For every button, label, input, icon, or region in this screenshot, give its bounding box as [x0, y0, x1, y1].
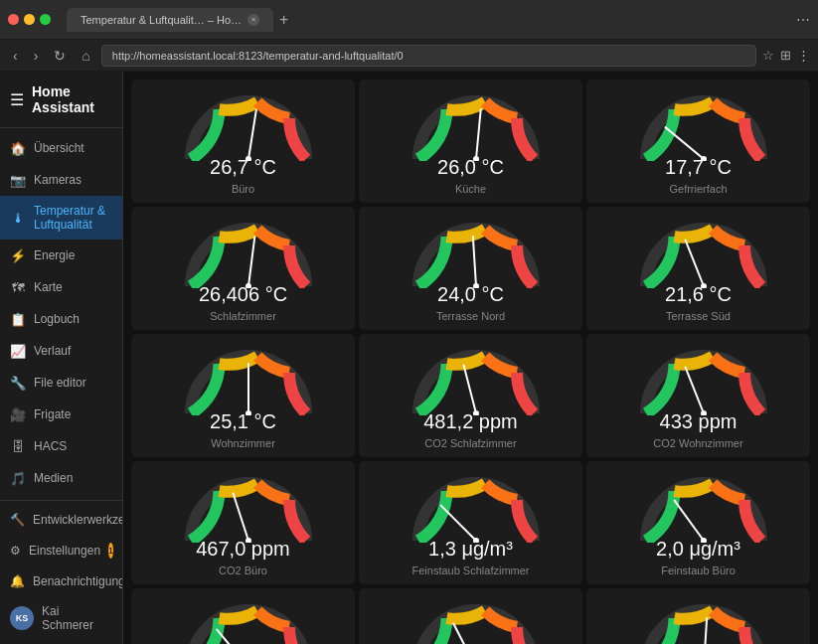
address-bar[interactable]: http://homeassistant.local:8123/temperat…: [101, 45, 756, 67]
sidebar-item-energie[interactable]: ⚡ Energie: [0, 240, 122, 271]
sidebar-item-file-editor[interactable]: 🔧 File editor: [0, 367, 122, 399]
sidebar-item-kameras[interactable]: 📷 Kameras: [0, 164, 122, 196]
gauge-svg-2: [639, 89, 758, 154]
gauge-card-0: 26,7 °CBüro: [131, 80, 355, 203]
svg-point-17: [701, 410, 707, 415]
sidebar-item-label: Karte: [34, 280, 63, 294]
hacs-icon: 🗄: [10, 438, 26, 454]
energy-icon: ⚡: [10, 247, 26, 263]
sidebar-item-ubersicht[interactable]: 🏠 Übersicht: [0, 132, 122, 164]
gauge-label-7: CO2 Schlafzimmer: [424, 437, 516, 449]
sidebar-footer-label: Einstellungen: [29, 544, 100, 558]
sidebar-item-label: Energie: [34, 248, 75, 262]
gauge-label-10: Feinstaub Schlafzimmer: [412, 564, 530, 576]
history-icon: 📈: [10, 343, 26, 359]
sidebar-footer: 🔨 Entwicklerwerkzeuge ⚙ Einstellungen 1 …: [0, 500, 122, 644]
sidebar-header: ☰ Home Assistant: [0, 72, 122, 128]
home-icon: 🏠: [10, 140, 26, 156]
sidebar-item-label: File editor: [34, 376, 86, 390]
camera-icon: 📷: [10, 172, 26, 188]
gauge-label-8: CO2 Wohnzimmer: [653, 437, 742, 449]
svg-line-16: [685, 368, 703, 413]
gauge-card-14: 51,749 %Luftfeuchte Schlafzimmer: [586, 588, 810, 644]
browser-nav-icons: ☆ ⊞ ⋮: [762, 48, 810, 63]
sidebar-item-hacs[interactable]: 🗄 HACS: [0, 430, 122, 462]
sidebar-item-logbuch[interactable]: 📋 Logbuch: [0, 303, 122, 335]
bell-icon: 🔔: [10, 574, 25, 588]
svg-line-14: [463, 366, 475, 413]
svg-line-28: [704, 618, 707, 644]
bookmark-icon[interactable]: ☆: [762, 48, 774, 63]
gauge-svg-11: [639, 471, 758, 536]
sidebar-item-devtools[interactable]: 🔨 Entwicklerwerkzeuge: [0, 505, 122, 535]
minimize-button[interactable]: [24, 14, 35, 25]
sidebar-item-notifications[interactable]: 🔔 Benachrichtigungen: [0, 566, 122, 596]
reload-button[interactable]: ↻: [49, 46, 71, 66]
gauge-card-12: 2 μg/m³Feinstaub Wohnzimmer: [131, 588, 355, 644]
user-name: Kai Schmerer: [42, 604, 112, 632]
svg-line-2: [476, 109, 481, 159]
svg-point-15: [473, 410, 479, 415]
tab-close-button[interactable]: ×: [247, 14, 259, 26]
sidebar-item-label: Übersicht: [34, 141, 84, 155]
sidebar-item-karte[interactable]: 🗺 Karte: [0, 271, 122, 303]
sidebar-item-verlauf[interactable]: 📈 Verlauf: [0, 335, 122, 367]
new-tab-button[interactable]: +: [273, 9, 294, 31]
sidebar-item-frigate[interactable]: 🎥 Frigate: [0, 399, 122, 430]
tab-title: Temperatur & Luftqualit… – Ho…: [81, 14, 242, 26]
sidebar-item-temperatur[interactable]: 🌡 Temperatur & Luftqualität: [0, 196, 122, 240]
sidebar-item-label: Kameras: [34, 173, 82, 187]
gauge-svg-9: [184, 471, 303, 536]
svg-line-22: [674, 501, 703, 541]
sidebar-item-label: HACS: [34, 439, 67, 453]
active-tab[interactable]: Temperatur & Luftqualit… – Ho… ×: [67, 8, 273, 32]
gauge-svg-3: [184, 217, 303, 281]
gauge-card-13: 19,0 Bq/m³Radon Büro: [359, 588, 582, 644]
home-button[interactable]: ⌂: [77, 46, 94, 66]
window-controls[interactable]: ⋯: [796, 12, 810, 28]
svg-point-13: [245, 410, 251, 415]
sidebar-item-medien[interactable]: 🎵 Medien: [0, 462, 122, 494]
maximize-button[interactable]: [40, 14, 51, 25]
gauge-card-4: 24,0 °CTerrasse Nord: [359, 207, 582, 330]
devtools-icon: 🔨: [10, 513, 25, 527]
gauge-card-10: 1,3 μg/m³Feinstaub Schlafzimmer: [359, 461, 582, 584]
svg-point-7: [245, 283, 251, 288]
app-container: ☰ Home Assistant 🏠 Übersicht 📷 Kameras 🌡…: [0, 72, 818, 644]
forward-button[interactable]: ›: [29, 46, 44, 66]
gauge-svg-5: [639, 217, 758, 281]
svg-point-11: [701, 283, 707, 288]
app-title: Home Assistant: [32, 83, 112, 115]
back-button[interactable]: ‹: [8, 46, 23, 66]
gauge-card-5: 21,6 °CTerrasse Süd: [586, 207, 810, 330]
sidebar-item-user[interactable]: KS Kai Schmerer: [0, 596, 122, 640]
sidebar-item-label: Frigate: [34, 407, 71, 421]
gauge-svg-10: [411, 471, 531, 536]
sidebar-footer-label: Benachrichtigungen: [33, 574, 123, 588]
svg-line-6: [248, 237, 254, 286]
svg-point-1: [245, 156, 251, 161]
extensions-icon[interactable]: ⊞: [780, 48, 791, 63]
traffic-lights: [8, 14, 51, 25]
browser-nav: ‹ › ↻ ⌂ http://homeassistant.local:8123/…: [0, 40, 818, 72]
logbook-icon: 📋: [10, 311, 26, 327]
sidebar-toggle-icon[interactable]: ☰: [10, 90, 24, 109]
gauge-svg-6: [184, 344, 303, 408]
svg-line-8: [472, 237, 475, 286]
sidebar: ☰ Home Assistant 🏠 Übersicht 📷 Kameras 🌡…: [0, 72, 123, 644]
tab-bar: Temperatur & Luftqualit… – Ho… × +: [67, 8, 788, 32]
settings-icon: ⚙: [10, 544, 21, 558]
sidebar-nav: 🏠 Übersicht 📷 Kameras 🌡 Temperatur & Luf…: [0, 128, 122, 500]
gauge-card-2: 17,7 °CGefrrierfach: [586, 80, 810, 203]
close-button[interactable]: [8, 14, 19, 25]
map-icon: 🗺: [10, 279, 26, 295]
svg-line-20: [440, 506, 475, 541]
gauge-label-6: Wohnzimmer: [211, 437, 275, 449]
gauge-card-9: 467,0 ppmCO2 Büro: [131, 461, 355, 584]
gauge-label-2: Gefrrierfach: [669, 183, 727, 195]
svg-point-9: [473, 283, 479, 288]
gauge-label-11: Feinstaub Büro: [661, 564, 736, 576]
menu-icon[interactable]: ⋮: [797, 48, 810, 63]
sidebar-item-settings[interactable]: ⚙ Einstellungen 1: [0, 535, 122, 566]
svg-line-18: [233, 493, 247, 541]
